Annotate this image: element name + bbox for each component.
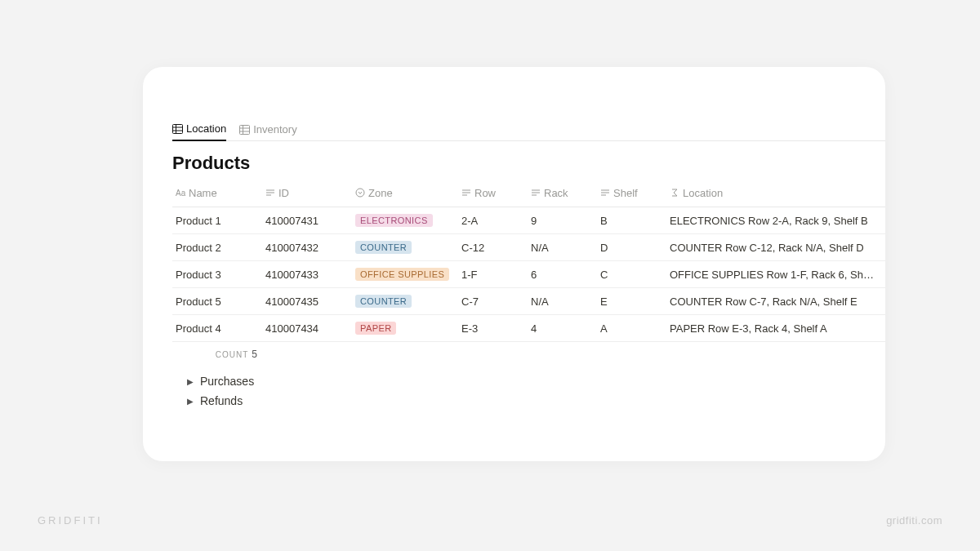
cell-zone[interactable]: COUNTER: [352, 234, 458, 261]
col-location-label: Location: [683, 187, 723, 199]
text-prop-icon: [600, 188, 610, 200]
table-row[interactable]: Product 5410007435COUNTERC-7N/AECOUNTER …: [172, 288, 885, 315]
col-name-label: Name: [189, 187, 217, 199]
products-table: AaName ID Zone Row Rack Shelf Location P…: [172, 180, 885, 367]
col-zone-label: Zone: [368, 187, 393, 199]
tab-location-label: Location: [186, 122, 226, 135]
cell-zone[interactable]: ELECTRONICS: [352, 207, 458, 234]
title-prop-icon: Aa: [176, 188, 185, 200]
toggle-refunds[interactable]: ▶ Refunds: [187, 391, 885, 411]
cell-location[interactable]: COUNTER Row C-7, Rack N/A, Shelf E: [666, 288, 885, 315]
count-row: COUNT5: [172, 342, 885, 367]
toggle-purchases-label: Purchases: [200, 375, 254, 388]
tab-inventory[interactable]: Inventory: [239, 122, 296, 141]
cell-zone[interactable]: OFFICE SUPPLIES: [352, 261, 458, 288]
text-prop-icon: [265, 188, 275, 200]
count-label: COUNT: [216, 350, 249, 359]
cell-id[interactable]: 410007435: [262, 288, 352, 315]
cell-row[interactable]: E-3: [458, 315, 528, 342]
cell-shelf[interactable]: B: [597, 207, 666, 234]
cell-zone[interactable]: PAPER: [352, 315, 458, 342]
col-location[interactable]: Location: [666, 180, 885, 207]
svg-rect-0: [173, 124, 183, 133]
select-prop-icon: [355, 188, 365, 200]
footer-url: gridfiti.com: [886, 514, 942, 527]
col-rack[interactable]: Rack: [528, 180, 597, 207]
cell-id[interactable]: 410007432: [262, 234, 352, 261]
zone-tag: ELECTRONICS: [355, 214, 433, 227]
col-rack-label: Rack: [544, 187, 568, 199]
zone-tag: COUNTER: [355, 295, 412, 308]
triangle-right-icon: ▶: [187, 377, 194, 386]
col-name[interactable]: AaName: [172, 180, 262, 207]
svg-text:Aa: Aa: [176, 189, 185, 198]
toggle-purchases[interactable]: ▶ Purchases: [187, 371, 885, 391]
col-id[interactable]: ID: [262, 180, 352, 207]
text-prop-icon: [531, 188, 541, 200]
text-prop-icon: [461, 188, 471, 200]
table-icon: [172, 124, 183, 134]
cell-rack[interactable]: 6: [528, 261, 597, 288]
cell-rack[interactable]: 4: [528, 315, 597, 342]
cell-rack[interactable]: N/A: [528, 234, 597, 261]
cell-name[interactable]: Product 2: [172, 234, 262, 261]
col-shelf[interactable]: Shelf: [597, 180, 666, 207]
cell-shelf[interactable]: C: [597, 261, 666, 288]
col-row[interactable]: Row: [458, 180, 528, 207]
table-icon: [239, 125, 250, 135]
app-card: Location Inventory Products AaName ID Zo…: [143, 67, 885, 461]
cell-shelf[interactable]: A: [597, 315, 666, 342]
cell-rack[interactable]: N/A: [528, 288, 597, 315]
view-tabs: Location Inventory: [172, 122, 885, 141]
cell-row[interactable]: 1-F: [458, 261, 528, 288]
svg-point-12: [356, 189, 364, 197]
zone-tag: OFFICE SUPPLIES: [355, 268, 449, 281]
col-zone[interactable]: Zone: [352, 180, 458, 207]
cell-location[interactable]: ELECTRONICS Row 2-A, Rack 9, Shelf B: [666, 207, 885, 234]
svg-rect-4: [240, 125, 250, 134]
cell-name[interactable]: Product 3: [172, 261, 262, 288]
cell-row[interactable]: 2-A: [458, 207, 528, 234]
formula-prop-icon: [670, 188, 679, 200]
cell-shelf[interactable]: E: [597, 288, 666, 315]
cell-id[interactable]: 410007431: [262, 207, 352, 234]
cell-name[interactable]: Product 5: [172, 288, 262, 315]
count-value: 5: [248, 349, 257, 360]
col-row-label: Row: [474, 187, 496, 199]
cell-name[interactable]: Product 1: [172, 207, 262, 234]
table-row[interactable]: Product 2410007432COUNTERC-12N/ADCOUNTER…: [172, 234, 885, 261]
cell-location[interactable]: OFFICE SUPPLIES Row 1-F, Rack 6, Shelf C: [666, 261, 885, 288]
cell-location[interactable]: COUNTER Row C-12, Rack N/A, Shelf D: [666, 234, 885, 261]
tab-location[interactable]: Location: [172, 122, 226, 141]
zone-tag: PAPER: [355, 322, 396, 335]
cell-name[interactable]: Product 4: [172, 315, 262, 342]
cell-location[interactable]: PAPER Row E-3, Rack 4, Shelf A: [666, 315, 885, 342]
cell-id[interactable]: 410007434: [262, 315, 352, 342]
table-row[interactable]: Product 3410007433OFFICE SUPPLIES1-F6COF…: [172, 261, 885, 288]
cell-row[interactable]: C-12: [458, 234, 528, 261]
cell-id[interactable]: 410007433: [262, 261, 352, 288]
zone-tag: COUNTER: [355, 241, 412, 254]
table-row[interactable]: Product 4410007434PAPERE-34APAPER Row E-…: [172, 315, 885, 342]
cell-row[interactable]: C-7: [458, 288, 528, 315]
col-id-label: ID: [278, 187, 289, 199]
col-shelf-label: Shelf: [613, 187, 638, 199]
cell-shelf[interactable]: D: [597, 234, 666, 261]
footer-brand: GRIDFITI: [38, 514, 103, 527]
table-row[interactable]: Product 1410007431ELECTRONICS2-A9BELECTR…: [172, 207, 885, 234]
triangle-right-icon: ▶: [187, 397, 194, 406]
cell-zone[interactable]: COUNTER: [352, 288, 458, 315]
cell-rack[interactable]: 9: [528, 207, 597, 234]
page-title: Products: [172, 153, 885, 174]
table-header-row: AaName ID Zone Row Rack Shelf Location: [172, 180, 885, 207]
tab-inventory-label: Inventory: [253, 123, 296, 136]
toggle-refunds-label: Refunds: [200, 394, 243, 407]
